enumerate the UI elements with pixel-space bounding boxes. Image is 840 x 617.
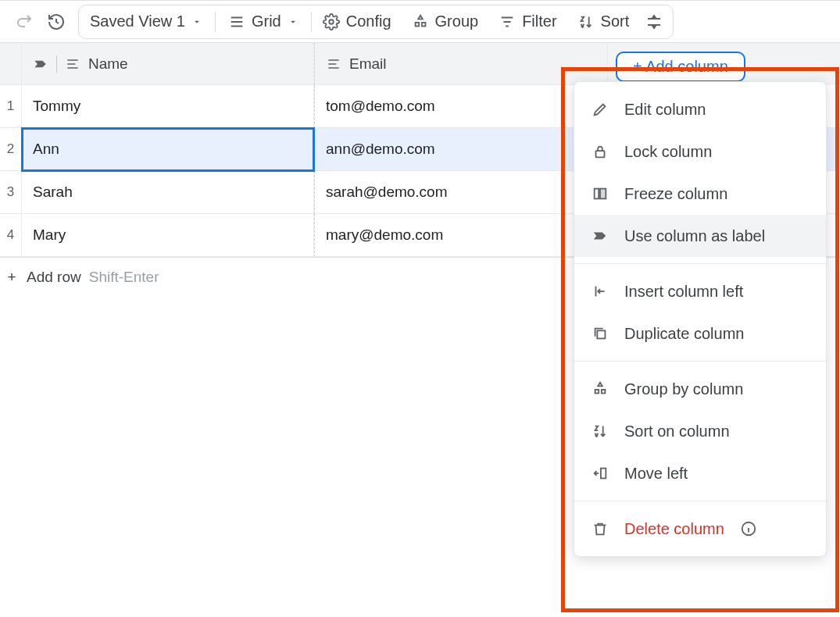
svg-rect-9 [601,469,606,479]
trash-icon [592,520,609,537]
menu-freeze-column[interactable]: Freeze column [574,173,826,215]
sort-az-icon [577,13,595,30]
history-button[interactable] [42,8,70,36]
menu-label: Use column as label [624,227,765,245]
grid-icon [228,13,245,30]
lock-icon [592,143,609,160]
menu-delete-column[interactable]: Delete column [574,508,826,550]
svg-rect-7 [595,390,599,394]
svg-point-0 [329,20,334,24]
column-email-label: Email [349,55,387,73]
label-tag-icon [592,227,609,244]
cell-name[interactable]: Ann [22,128,314,171]
column-context-menu: Edit column Lock column Freeze column Us… [574,81,827,557]
insert-left-icon [592,283,609,300]
row-height-icon [645,12,663,31]
menu-separator [574,263,826,264]
svg-rect-2 [421,22,425,26]
duplicate-icon [592,325,609,342]
row-number[interactable]: 3 [0,171,22,214]
column-name-label: Name [88,55,128,73]
menu-label: Freeze column [624,185,727,203]
menu-group-by-column[interactable]: Group by column [574,368,826,410]
add-column-cell: + Add column [608,43,840,85]
cell-name[interactable]: Sarah [22,171,314,214]
cell-email[interactable]: sarah@demo.com [314,171,608,214]
redo-button[interactable] [11,8,39,36]
filter-label: Filter [522,12,556,30]
separator [311,12,312,32]
row-number[interactable]: 4 [0,214,22,257]
menu-label: Edit column [624,101,706,119]
row-height-button[interactable] [640,8,668,36]
cell-email[interactable]: tom@demo.com [314,85,608,128]
sort-az-icon [592,423,609,440]
menu-duplicate-column[interactable]: Duplicate column [574,312,826,355]
svg-rect-5 [600,189,606,199]
config-label: Config [346,12,391,30]
filter-icon [499,13,516,30]
move-left-icon [592,465,609,482]
cell-email[interactable]: ann@demo.com [314,128,608,171]
corner-cell [0,43,22,85]
group-label: Group [435,12,479,30]
group-icon [592,380,609,398]
layout-dropdown[interactable]: Grid [217,5,309,38]
menu-label: Group by column [624,380,743,398]
separator [215,12,216,32]
saved-view-label: Saved View 1 [90,12,185,30]
menu-separator [574,361,826,362]
text-column-icon [65,56,80,72]
menu-label: Delete column [624,520,724,538]
plus-icon: + [5,269,19,286]
separator [56,55,57,73]
sort-button[interactable]: Sort [568,5,639,39]
menu-sort-on-column[interactable]: Sort on column [574,410,826,452]
config-button[interactable]: Config [313,5,401,39]
sort-label: Sort [601,12,630,30]
svg-rect-1 [415,22,419,26]
column-header-email[interactable]: Email [314,43,608,85]
menu-label: Insert column left [624,283,743,301]
menu-label: Duplicate column [624,325,744,343]
info-icon [740,520,757,537]
svg-rect-4 [595,189,599,199]
chevron-down-icon [288,16,298,27]
svg-rect-8 [602,390,606,394]
menu-separator [574,501,826,501]
menu-label: Lock column [624,143,712,161]
svg-rect-3 [596,151,605,157]
group-button[interactable]: Group [402,5,488,39]
cell-name[interactable]: Mary [22,214,314,257]
label-tag-icon [33,56,48,72]
pencil-icon [592,101,609,118]
view-selector: Saved View 1 Grid Config Group Filter So… [78,5,674,39]
add-row-hint: Shift-Enter [89,269,159,286]
menu-edit-column[interactable]: Edit column [574,88,826,130]
menu-insert-left[interactable]: Insert column left [574,270,826,312]
filter-button[interactable]: Filter [489,5,566,39]
svg-rect-6 [597,330,605,338]
toolbar: Saved View 1 Grid Config Group Filter So… [0,0,840,43]
row-number[interactable]: 1 [0,85,22,128]
chevron-down-icon [191,16,202,27]
gear-icon [323,13,340,30]
menu-label: Sort on column [624,423,730,440]
add-row-label: Add row [27,269,81,286]
column-header-name[interactable]: Name [22,43,314,85]
group-icon [412,13,429,30]
saved-view-dropdown[interactable]: Saved View 1 [79,5,213,38]
menu-move-left[interactable]: Move left [574,452,826,494]
layout-label: Grid [252,12,281,30]
row-number[interactable]: 2 [0,128,22,171]
menu-label: Move left [624,465,688,483]
cell-email[interactable]: mary@demo.com [314,214,608,257]
add-column-button[interactable]: + Add column [616,52,745,82]
menu-use-as-label[interactable]: Use column as label [574,215,826,257]
freeze-icon [592,185,609,202]
text-column-icon [326,56,341,72]
menu-lock-column[interactable]: Lock column [574,130,826,173]
cell-name[interactable]: Tommy [22,85,314,128]
